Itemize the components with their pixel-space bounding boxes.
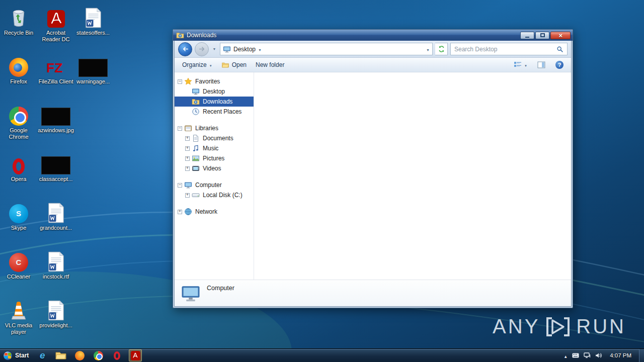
search-icon[interactable] bbox=[554, 46, 566, 53]
desktop-icon-providelight[interactable]: providelight... bbox=[37, 296, 74, 344]
forward-button[interactable] bbox=[195, 42, 209, 56]
start-button[interactable]: Start bbox=[0, 349, 34, 362]
back-button[interactable] bbox=[178, 42, 192, 56]
desktop-icon-skype[interactable]: S Skype bbox=[0, 198, 37, 247]
address-bar[interactable]: Desktop bbox=[220, 43, 433, 55]
firefox-icon bbox=[9, 52, 28, 77]
network-icon[interactable] bbox=[584, 352, 591, 358]
desktop-icon-recycle-bin[interactable]: Recycle Bin bbox=[0, 3, 37, 52]
desktop-icon-firefox[interactable]: Firefox bbox=[0, 52, 37, 101]
desktop-icon-statesoffers[interactable]: statesoffers... bbox=[74, 3, 112, 52]
desktop-icon-label: providelight... bbox=[39, 322, 72, 329]
tree-item-recent-places[interactable]: Recent Places bbox=[175, 107, 254, 117]
desktop-icon-acrobat[interactable]: Acrobat Reader DC bbox=[37, 3, 74, 52]
recent-pages-caret-icon[interactable] bbox=[211, 47, 217, 51]
desktop-icon-ccleaner[interactable]: C CCleaner bbox=[0, 247, 37, 296]
desktop-monitor-icon bbox=[192, 87, 200, 96]
desktop-icon-column-2: Acrobat Reader DC FZ FileZilla Client az… bbox=[37, 3, 74, 344]
desktop-icon-label: incstock.rtf bbox=[43, 274, 69, 280]
filezilla-icon: FZ bbox=[45, 52, 66, 77]
collapse-icon[interactable] bbox=[178, 126, 182, 131]
desktop-icon-azwindows[interactable]: azwindows.jpg bbox=[37, 101, 74, 149]
change-view-button[interactable] bbox=[510, 59, 531, 70]
expand-icon[interactable] bbox=[185, 156, 190, 161]
organize-label: Organize bbox=[182, 61, 207, 68]
desktop-icon-label: Opera bbox=[11, 176, 27, 183]
taskbar-acrobat-icon[interactable] bbox=[129, 349, 142, 361]
desktop-icon-vlc[interactable]: VLC media player bbox=[0, 296, 37, 344]
desktop-icon-filezilla[interactable]: FZ FileZilla Client bbox=[37, 52, 74, 101]
maximize-button[interactable] bbox=[535, 32, 549, 39]
input-indicator-icon[interactable] bbox=[572, 353, 579, 358]
organize-button[interactable]: Organize bbox=[179, 59, 216, 70]
tree-item-computer[interactable]: Computer bbox=[175, 180, 254, 190]
expand-icon[interactable] bbox=[185, 146, 190, 151]
tree-item-downloads[interactable]: Downloads bbox=[175, 97, 254, 107]
taskbar-firefox-icon[interactable] bbox=[73, 349, 86, 361]
tree-item-desktop[interactable]: Desktop bbox=[175, 86, 254, 97]
refresh-button[interactable] bbox=[435, 43, 448, 55]
desktop-icon-label: Acrobat Reader DC bbox=[38, 30, 74, 43]
anyrun-logo-icon bbox=[545, 316, 571, 337]
address-history-caret-icon[interactable] bbox=[426, 46, 430, 53]
tree-group-favorites: Favorites Desktop Downlo bbox=[175, 76, 254, 117]
expand-icon[interactable] bbox=[178, 210, 182, 214]
watermark-run: RUN bbox=[576, 315, 626, 338]
expand-icon[interactable] bbox=[185, 136, 190, 141]
music-icon bbox=[192, 144, 200, 152]
tree-group-libraries: Libraries Documents Musi bbox=[175, 123, 254, 173]
desktop-icon-classaccept[interactable]: classaccept... bbox=[37, 149, 74, 198]
breadcrumb-caret-icon[interactable] bbox=[258, 46, 262, 53]
desktop-icon-warningage[interactable]: warningage... bbox=[74, 52, 112, 101]
tree-item-videos[interactable]: Videos bbox=[175, 163, 254, 173]
tree-item-label: Libraries bbox=[195, 125, 218, 132]
volume-icon[interactable] bbox=[595, 352, 602, 358]
desktop-icon-opera[interactable]: Opera bbox=[0, 149, 37, 198]
tree-item-libraries[interactable]: Libraries bbox=[175, 123, 254, 133]
search-box[interactable] bbox=[450, 43, 568, 55]
desktop-icon-label: Google Chrome bbox=[1, 127, 37, 140]
taskbar-chrome-icon[interactable] bbox=[92, 349, 105, 361]
open-label: Open bbox=[232, 61, 247, 68]
desktop-icon-label: Recycle Bin bbox=[4, 30, 33, 36]
taskbar-ie-icon[interactable] bbox=[36, 349, 49, 361]
close-button[interactable] bbox=[550, 32, 571, 39]
help-button[interactable] bbox=[552, 59, 567, 71]
desktop-icon-google-chrome[interactable]: Google Chrome bbox=[0, 101, 37, 149]
preview-pane-button[interactable] bbox=[534, 59, 549, 70]
tree-item-music[interactable]: Music bbox=[175, 143, 254, 153]
new-folder-label: New folder bbox=[256, 61, 284, 68]
help-icon bbox=[555, 61, 564, 69]
tree-item-local-disk-c[interactable]: Local Disk (C:) bbox=[175, 190, 254, 200]
tree-item-favorites[interactable]: Favorites bbox=[175, 76, 254, 86]
file-list-area[interactable] bbox=[254, 72, 571, 280]
open-button[interactable]: Open bbox=[218, 59, 250, 71]
expand-icon[interactable] bbox=[185, 193, 190, 198]
taskbar-opera-icon[interactable] bbox=[110, 349, 123, 361]
desktop-icon-incstock[interactable]: incstock.rtf bbox=[37, 247, 74, 296]
taskbar-clock[interactable]: 4:07 PM bbox=[607, 352, 634, 358]
tree-item-pictures[interactable]: Pictures bbox=[175, 153, 254, 163]
recent-places-icon bbox=[192, 108, 200, 116]
tree-item-network[interactable]: Network bbox=[175, 207, 254, 217]
tree-item-label: Local Disk (C:) bbox=[203, 192, 243, 199]
minimize-button[interactable] bbox=[520, 32, 534, 39]
desktop-icon-grandcount[interactable]: grandcount... bbox=[37, 198, 74, 247]
show-desktop-button[interactable] bbox=[639, 349, 644, 362]
image-thumbnail-icon bbox=[41, 101, 70, 126]
videos-icon bbox=[192, 164, 200, 172]
tree-item-documents[interactable]: Documents bbox=[175, 133, 254, 143]
opera-icon bbox=[13, 149, 25, 174]
word-document-icon bbox=[47, 198, 65, 223]
expand-icon[interactable] bbox=[185, 166, 190, 171]
tray-expand-icon[interactable] bbox=[564, 351, 568, 360]
window-titlebar[interactable]: Downloads bbox=[173, 30, 573, 41]
window-title: Downloads bbox=[187, 32, 518, 39]
desktop-icon-label: statesoffers... bbox=[76, 30, 110, 36]
taskbar-explorer-folder-icon[interactable] bbox=[54, 349, 67, 361]
new-folder-button[interactable]: New folder bbox=[252, 59, 288, 70]
tree-group-network: Network bbox=[175, 207, 254, 217]
search-input[interactable] bbox=[454, 46, 554, 53]
collapse-icon[interactable] bbox=[178, 79, 182, 84]
collapse-icon[interactable] bbox=[178, 183, 182, 188]
